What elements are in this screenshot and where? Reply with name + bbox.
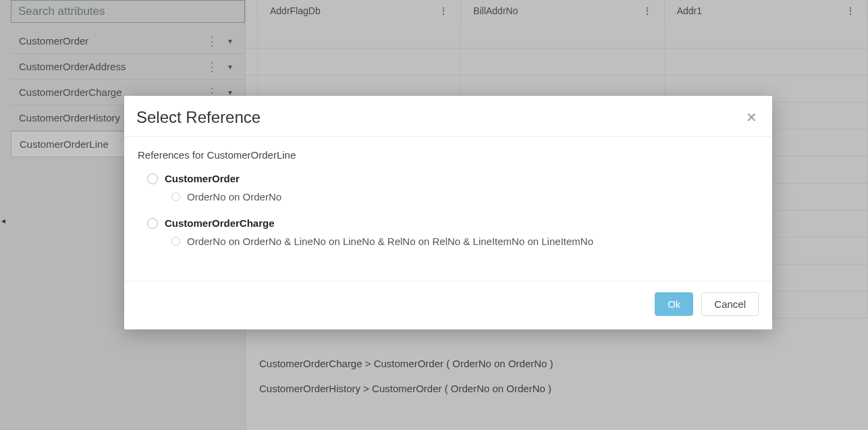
reference-name: CustomerOrderCharge (165, 217, 275, 229)
reference-detail: OrderNo on OrderNo (187, 191, 281, 203)
radio-icon[interactable] (147, 218, 158, 229)
cancel-button[interactable]: Cancel (701, 292, 759, 316)
reference-name: CustomerOrder (165, 173, 240, 184)
modal-subtitle: References for CustomerOrderLine (138, 149, 759, 161)
reference-option[interactable]: CustomerOrder (138, 173, 759, 184)
radio-icon[interactable] (171, 192, 180, 201)
reference-detail: OrderNo on OrderNo & LineNo on LineNo & … (187, 236, 593, 247)
ok-button[interactable]: Ok (655, 292, 693, 316)
modal-footer: Ok Cancel (124, 281, 772, 329)
modal-body: References for CustomerOrderLine Custome… (124, 137, 772, 281)
reference-option[interactable]: CustomerOrderCharge (138, 217, 759, 229)
reference-group: CustomerOrderCharge OrderNo on OrderNo &… (138, 217, 759, 247)
reference-detail-option[interactable]: OrderNo on OrderNo & LineNo on LineNo & … (138, 236, 759, 247)
modal-title: Select Reference (136, 108, 261, 127)
close-icon[interactable]: ✕ (746, 111, 757, 124)
select-reference-dialog: Select Reference ✕ References for Custom… (124, 96, 772, 329)
reference-group: CustomerOrder OrderNo on OrderNo (138, 173, 759, 203)
reference-detail-option[interactable]: OrderNo on OrderNo (138, 191, 759, 203)
modal-header: Select Reference ✕ (124, 96, 772, 137)
radio-icon[interactable] (147, 173, 158, 184)
radio-icon[interactable] (171, 237, 180, 246)
